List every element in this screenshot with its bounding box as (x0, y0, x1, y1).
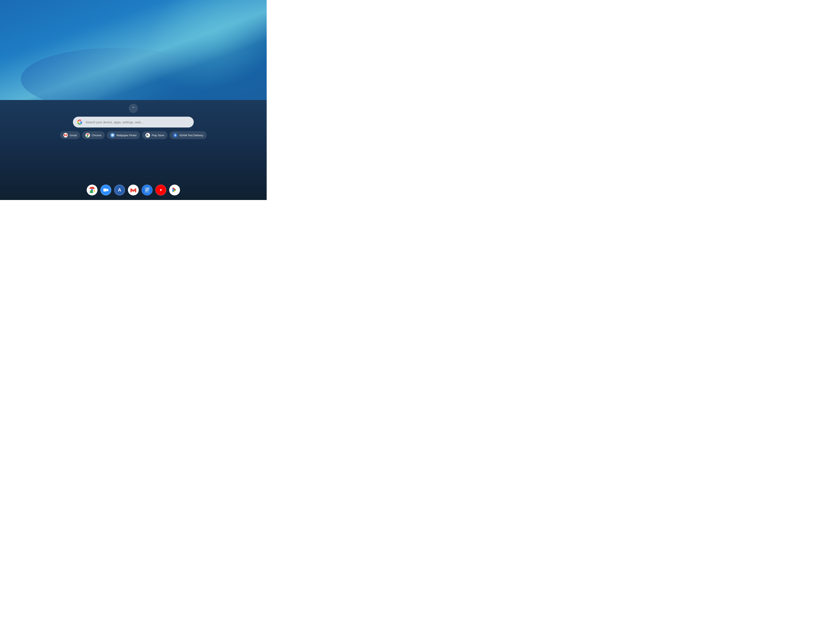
chrome-chip-label: Chrome (92, 134, 101, 137)
launcher-chevron-button[interactable]: ⌃ (129, 104, 138, 113)
dock-docs-icon[interactable] (142, 185, 153, 196)
gmail-chip-label: Gmail (69, 134, 77, 137)
dock-adam-icon[interactable]: A (114, 185, 125, 196)
dock-youtube-icon[interactable] (155, 185, 166, 196)
chevron-up-icon: ⌃ (132, 106, 135, 111)
svg-rect-6 (145, 191, 148, 191)
wallpaper-picker-chip-icon: 🖼 (110, 133, 115, 137)
play-store-chip[interactable]: Play Store (142, 131, 167, 139)
gmail-chip[interactable]: Gmail (60, 131, 80, 139)
adam-chip-icon: A (173, 133, 177, 137)
play-store-chip-label: Play Store (152, 134, 164, 137)
chrome-chip-icon (85, 133, 90, 137)
app-suggestion-chips: Gmail Chrome 🖼 Wallpaper Picker (60, 131, 207, 139)
dock-gmail-icon[interactable] (128, 185, 139, 196)
wallpaper-picker-chip[interactable]: 🖼 Wallpaper Picker (107, 131, 140, 139)
svg-rect-2 (103, 188, 106, 191)
adam-dock-letter: A (118, 187, 121, 193)
chrome-chip[interactable]: Chrome (82, 131, 104, 139)
adam-chip-label: ADAM Test Delivery (179, 134, 203, 137)
gmail-chip-icon (63, 133, 68, 137)
search-bar[interactable] (73, 117, 194, 128)
wallpaper-picker-chip-label: Wallpaper Picker (117, 134, 137, 137)
shelf: ⌃ Gmail (0, 100, 267, 200)
dock-chrome-icon[interactable] (87, 185, 98, 196)
play-store-chip-icon (145, 133, 150, 137)
wallpaper-background (0, 0, 267, 100)
adam-test-delivery-chip[interactable]: A ADAM Test Delivery (170, 131, 207, 139)
dock-play-store-icon[interactable] (169, 185, 180, 196)
google-g-icon (77, 119, 82, 125)
search-input[interactable] (85, 120, 189, 124)
dock-zoom-icon[interactable] (100, 185, 111, 196)
dock: A (87, 185, 180, 196)
svg-rect-4 (145, 188, 149, 189)
svg-rect-5 (145, 190, 149, 190)
